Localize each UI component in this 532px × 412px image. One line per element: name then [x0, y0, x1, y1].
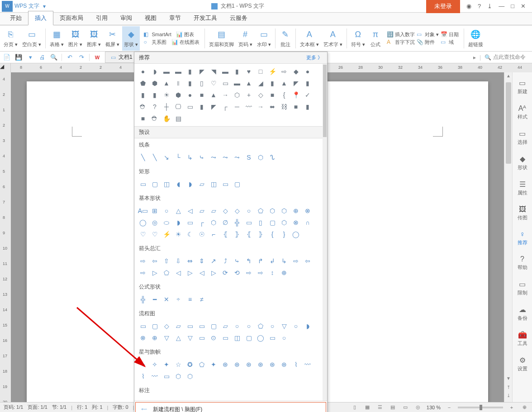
shape-rec-1[interactable]: ◗	[150, 66, 160, 76]
ribbon-relation[interactable]: ○关系图 📊在线图表	[143, 39, 199, 46]
rightpanel-新建[interactable]: ▭新建	[513, 77, 532, 97]
shape-星与旗帜-12[interactable]: ⊛	[279, 360, 289, 369]
save-dropdown[interactable]: ▾	[26, 53, 34, 62]
shape-基本形状-34[interactable]: ☾	[185, 229, 195, 239]
shape-rec-47[interactable]: ┼	[162, 102, 171, 112]
shape-公式形状-2[interactable]: ✕	[162, 294, 171, 304]
shape-基本形状-30[interactable]: ♡	[138, 229, 148, 239]
shape-rec-62[interactable]: ✋	[162, 114, 171, 123]
shape-rec-3[interactable]: ▬	[173, 66, 183, 76]
shape-rec-56[interactable]: ⬌	[267, 102, 277, 112]
shape-基本形状-17[interactable]: ⬭	[162, 218, 171, 227]
shape-星与旗帜-15[interactable]: ⌇	[138, 371, 148, 381]
view-web-icon[interactable]: ☰	[376, 403, 384, 412]
zoom-label[interactable]: 130 %	[427, 405, 441, 410]
shape-基本形状-32[interactable]: ⚡	[162, 229, 171, 239]
app-menu-dropdown[interactable]: ▾	[39, 3, 49, 9]
tab-视图[interactable]: 视图	[138, 11, 163, 25]
shape-星与旗帜-5[interactable]: ⬠	[197, 360, 207, 369]
shape-基本形状-20[interactable]: ┌	[197, 218, 207, 227]
shape-rec-59[interactable]: ▮	[303, 102, 313, 112]
shape-基本形状-19[interactable]: ▭	[185, 218, 195, 227]
zoom-slider[interactable]	[458, 407, 503, 408]
shape-rec-54[interactable]: 〰	[244, 102, 254, 112]
shape-rec-48[interactable]: 🖵	[173, 102, 183, 112]
shape-基本形状-24[interactable]: ▭	[244, 218, 254, 227]
shape-基本形状-8[interactable]: ◇	[232, 206, 242, 216]
toolbar-flag-icon[interactable]: ▸	[473, 54, 476, 61]
shape-流程图-20[interactable]: ▭	[197, 333, 207, 343]
shape-箭头总汇-11[interactable]: ↲	[267, 256, 277, 266]
shape-rec-49[interactable]: ▭	[185, 102, 195, 112]
shape-rec-36[interactable]: ▲	[209, 90, 218, 100]
shape-线条-7[interactable]: ⤳	[220, 152, 230, 162]
ribbon-文本框 ▾[interactable]: A文本框 ▾	[298, 26, 321, 51]
ribbon-图片 ▾[interactable]: 🖼图片 ▾	[66, 26, 84, 51]
shape-公式形状-4[interactable]: ≡	[185, 294, 195, 304]
save-icon[interactable]: 💾	[14, 53, 23, 62]
shape-矩形-0[interactable]: ▭	[138, 179, 148, 189]
shape-流程图-1[interactable]: ▢	[150, 321, 160, 331]
rightpanel-选择[interactable]: ▭选择	[513, 128, 532, 147]
shape-rec-35[interactable]: ■	[197, 90, 207, 100]
minimize-button[interactable]: —	[499, 3, 504, 9]
shape-线条-8[interactable]: ⤳	[232, 152, 242, 162]
shape-rec-63[interactable]: ▤	[173, 114, 183, 123]
shape-流程图-7[interactable]: ▱	[220, 321, 230, 331]
dd-more-link[interactable]: 更多 》	[306, 54, 323, 61]
shape-星与旗帜-2[interactable]: ✦	[162, 360, 171, 369]
shape-星与旗帜-17[interactable]: ▭	[162, 371, 171, 381]
shape-rec-24[interactable]: ▲	[244, 78, 254, 88]
shape-流程图-23[interactable]: ◫	[232, 333, 242, 343]
shape-箭头总汇-23[interactable]: ⟲	[232, 268, 242, 278]
undo-icon[interactable]: ↶	[66, 53, 74, 62]
new-icon[interactable]: 📄	[3, 53, 11, 62]
rightpanel-传图[interactable]: 🖼传图	[513, 204, 532, 223]
shape-流程图-10[interactable]: ⬠	[256, 321, 266, 331]
rightpanel-属性[interactable]: ☰属性	[513, 178, 532, 198]
shape-流程图-16[interactable]: ⊕	[150, 333, 160, 343]
redo-icon[interactable]: ↷	[77, 53, 86, 62]
shape-线条-0[interactable]: ╲	[138, 152, 148, 162]
ribbon-超链接[interactable]: 🌐超链接	[466, 26, 485, 51]
shape-箭头总汇-20[interactable]: ◁	[197, 268, 207, 278]
shape-rec-34[interactable]: ●	[185, 90, 195, 100]
shape-箭头总汇-13[interactable]: ⇨	[291, 256, 301, 266]
shape-rec-13[interactable]: ◆	[291, 66, 301, 76]
shape-流程图-5[interactable]: ▭	[197, 321, 207, 331]
login-button[interactable]: 未登录	[426, 0, 460, 13]
shape-星与旗帜-18[interactable]: ⬡	[173, 371, 183, 381]
shape-星与旗帜-14[interactable]: 〰	[303, 360, 313, 369]
view-outline-icon[interactable]: ▤	[389, 403, 397, 412]
tab-开始[interactable]: 开始	[4, 11, 28, 25]
shape-基本形状-4[interactable]: ◁	[185, 206, 195, 216]
shape-流程图-25[interactable]: ◯	[256, 333, 266, 343]
ribbon-smartart[interactable]: ◧SmartArt 📊图表	[143, 31, 199, 38]
shape-rec-60[interactable]: ■	[138, 114, 148, 123]
sb-pages[interactable]: 页面: 1/1	[28, 404, 47, 411]
ribbon-形状 ▾[interactable]: ◆形状 ▾	[122, 26, 140, 51]
document-tab[interactable]: ▭ 文档1	[105, 52, 138, 63]
shape-流程图-18[interactable]: △	[173, 333, 183, 343]
shape-箭头总汇-25[interactable]: ⇨	[256, 268, 266, 278]
shape-基本形状-36[interactable]: ⌐	[209, 229, 218, 239]
ruler-vertical[interactable]: 421234567891011121314151617181920	[0, 72, 11, 402]
tab-插入[interactable]: 插入	[28, 11, 53, 25]
shape-箭头总汇-24[interactable]: ⇨	[244, 268, 254, 278]
shape-基本形状-26[interactable]: ▢	[267, 218, 277, 227]
zoom-out-icon[interactable]: −	[445, 403, 453, 412]
shape-rec-6[interactable]: ◥	[209, 66, 218, 76]
shape-基本形状-11[interactable]: ⬡	[267, 206, 277, 216]
shape-基本形状-15[interactable]: ◯	[138, 218, 148, 227]
shape-基本形状-21[interactable]: ⬡	[209, 218, 218, 227]
shape-流程图-17[interactable]: ▽	[162, 333, 171, 343]
shape-流程图-6[interactable]: ▢	[209, 321, 218, 331]
shape-rec-55[interactable]: →	[256, 102, 266, 112]
maximize-button[interactable]: □	[511, 3, 514, 9]
shape-箭头总汇-16[interactable]: ▷	[150, 268, 160, 278]
shape-线条-1[interactable]: ╲	[150, 152, 160, 162]
shape-线条-10[interactable]: ⬡	[256, 152, 266, 162]
ribbon-公式[interactable]: π公式	[368, 26, 383, 51]
shape-公式形状-3[interactable]: ÷	[173, 294, 183, 304]
shape-rec-43[interactable]: 📍	[291, 90, 301, 100]
